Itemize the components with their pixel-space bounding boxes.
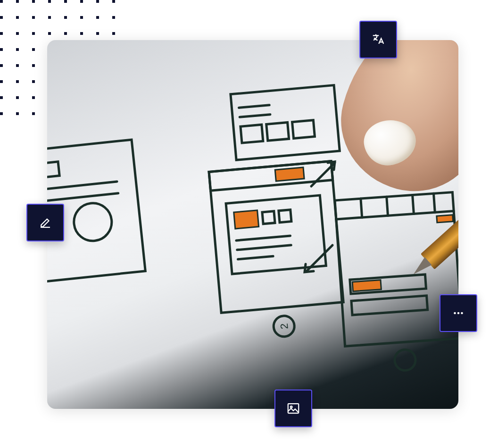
decoration-dot: [0, 48, 3, 51]
decoration-dot: [0, 96, 3, 99]
svg-rect-17: [234, 210, 259, 229]
svg-point-40: [461, 312, 463, 315]
svg-line-22: [238, 256, 273, 259]
decoration-dot: [16, 112, 19, 115]
svg-line-2: [47, 182, 117, 190]
edit-icon: [38, 216, 52, 230]
svg-rect-19: [279, 210, 291, 223]
svg-rect-12: [292, 120, 315, 139]
decoration-dot: [96, 32, 99, 35]
svg-line-29: [361, 199, 362, 217]
decoration-dot: [16, 64, 19, 67]
svg-point-42: [290, 406, 292, 408]
image-icon: [286, 401, 300, 415]
svg-line-21: [237, 245, 291, 250]
decoration-dot: [48, 0, 51, 3]
decoration-dot: [0, 80, 3, 83]
decoration-dot: [16, 80, 19, 83]
decoration-dot: [16, 16, 19, 19]
decoration-dot: [112, 0, 115, 3]
edit-tile[interactable]: [26, 204, 64, 241]
svg-line-30: [387, 197, 388, 216]
decoration-dot: [32, 48, 35, 51]
decoration-dot: [112, 32, 115, 35]
decoration-dot: [32, 96, 35, 99]
svg-line-31: [413, 195, 414, 214]
more-options-tile[interactable]: [440, 294, 477, 332]
svg-rect-11: [266, 123, 289, 141]
decoration-dot: [0, 32, 3, 35]
svg-rect-15: [275, 167, 304, 181]
decoration-dot: [64, 0, 67, 3]
svg-rect-41: [288, 404, 299, 413]
svg-rect-36: [351, 296, 428, 315]
svg-rect-18: [262, 211, 275, 224]
decoration-dot: [16, 32, 19, 35]
svg-point-38: [454, 312, 456, 315]
decoration-dot: [32, 0, 35, 3]
svg-rect-16: [226, 195, 326, 274]
decoration-dot: [16, 0, 19, 3]
decoration-dot: [96, 0, 99, 3]
svg-line-3: [47, 193, 118, 201]
decoration-dot: [0, 64, 3, 67]
svg-rect-10: [241, 124, 263, 143]
more-icon: [451, 306, 465, 320]
svg-point-37: [394, 349, 416, 371]
svg-line-9: [240, 115, 270, 117]
svg-rect-1: [47, 162, 59, 178]
decoration-dot: [0, 112, 3, 115]
paper-surface: 2: [47, 40, 458, 409]
svg-point-39: [457, 312, 460, 315]
translate-icon: [371, 33, 385, 47]
decoration-dot: [32, 64, 35, 67]
decoration-dot: [48, 32, 51, 35]
svg-text:2: 2: [278, 323, 290, 330]
svg-line-20: [236, 236, 290, 241]
svg-rect-35: [352, 280, 381, 291]
decoration-dot: [32, 80, 35, 83]
decoration-dot: [64, 16, 67, 19]
decoration-dot: [80, 16, 83, 19]
svg-point-4: [72, 201, 114, 243]
svg-rect-14: [209, 161, 332, 191]
decoration-dot: [112, 16, 115, 19]
decoration-dot: [0, 16, 3, 19]
decoration-dot: [16, 48, 19, 51]
svg-line-8: [239, 105, 269, 108]
decoration-dot: [96, 16, 99, 19]
decoration-dot: [32, 112, 35, 115]
image-tile[interactable]: [274, 390, 312, 427]
decoration-dot: [64, 32, 67, 35]
decoration-dot: [48, 16, 51, 19]
decoration-dot: [80, 32, 83, 35]
decoration-dot: [32, 32, 35, 35]
decoration-dot: [0, 0, 3, 3]
decoration-dot: [80, 0, 83, 3]
decoration-dot: [16, 96, 19, 99]
wireframe-sketch-photo: 2: [47, 40, 458, 409]
decoration-dot: [32, 16, 35, 19]
translate-tile[interactable]: [359, 21, 397, 58]
